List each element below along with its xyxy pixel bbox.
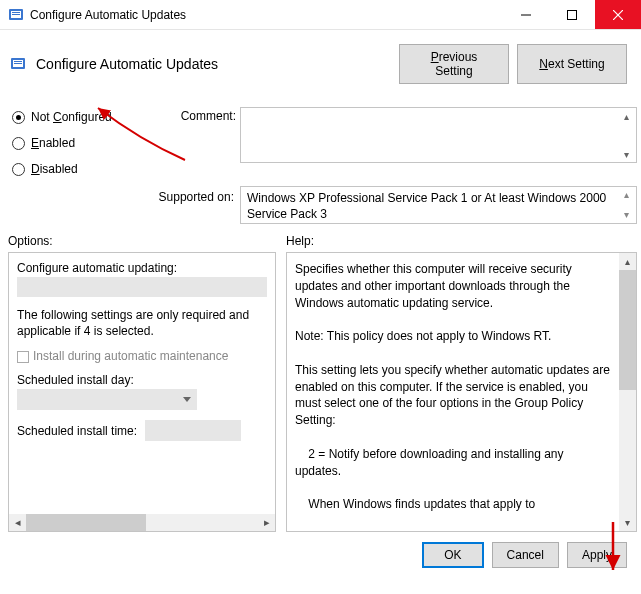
scroll-up-icon[interactable]: ▴ [618, 108, 634, 124]
previous-setting-button[interactable]: Previous Setting [399, 44, 509, 84]
scroll-down-icon[interactable]: ▾ [618, 146, 634, 162]
radio-enabled[interactable]: Enabled [12, 136, 157, 150]
supported-on-label: Supported on: [0, 186, 240, 204]
footer: OK Cancel Apply [0, 532, 641, 578]
svg-rect-3 [12, 14, 20, 15]
radio-icon [12, 137, 25, 150]
close-button[interactable] [595, 0, 641, 29]
horizontal-scrollbar[interactable]: ◂ ▸ [9, 514, 275, 531]
supported-row: Supported on: Windows XP Professional Se… [0, 176, 641, 224]
configure-updating-label: Configure automatic updating: [17, 261, 267, 275]
cancel-button[interactable]: Cancel [492, 542, 559, 568]
svg-rect-11 [14, 63, 22, 64]
options-label: Options: [8, 234, 276, 248]
next-setting-button[interactable]: Next Setting [517, 44, 627, 84]
apply-button[interactable]: Apply [567, 542, 627, 568]
help-panel: Specifies whether this computer will rec… [286, 252, 637, 532]
config-row: Not Configured Enabled Disabled Comment:… [0, 94, 641, 176]
scroll-down-icon[interactable]: ▾ [618, 207, 634, 223]
app-icon [8, 7, 24, 23]
checkbox-icon [17, 351, 29, 363]
install-maintenance-row[interactable]: Install during automatic maintenance [17, 349, 267, 363]
scroll-up-icon[interactable]: ▴ [618, 187, 634, 203]
page-title: Configure Automatic Updates [36, 56, 218, 72]
scheduled-time-field[interactable] [145, 420, 241, 441]
help-text: Specifies whether this computer will rec… [287, 253, 636, 531]
radio-not-configured[interactable]: Not Configured [12, 110, 157, 124]
install-maintenance-label: Install during automatic maintenance [33, 349, 228, 363]
options-note: The following settings are only required… [17, 307, 267, 339]
scheduled-time-label: Scheduled install time: [17, 424, 137, 438]
comment-label: Comment: [165, 110, 236, 172]
radio-icon [12, 111, 25, 124]
scroll-left-icon[interactable]: ◂ [9, 516, 26, 529]
window-title: Configure Automatic Updates [30, 8, 186, 22]
ok-button[interactable]: OK [422, 542, 483, 568]
supported-on-value: Windows XP Professional Service Pack 1 o… [240, 186, 637, 224]
scrollbar-thumb[interactable] [619, 270, 636, 390]
radio-disabled[interactable]: Disabled [12, 162, 157, 176]
radio-icon [12, 163, 25, 176]
panes: Options: Configure automatic updating: T… [0, 224, 641, 532]
svg-rect-2 [12, 12, 20, 13]
scroll-up-icon[interactable]: ▴ [619, 253, 636, 270]
scheduled-day-label: Scheduled install day: [17, 373, 267, 387]
maximize-button[interactable] [549, 0, 595, 29]
help-label: Help: [286, 234, 637, 248]
minimize-button[interactable] [503, 0, 549, 29]
options-panel: Configure automatic updating: The follow… [8, 252, 276, 532]
header: Configure Automatic Updates Previous Set… [0, 30, 641, 94]
titlebar: Configure Automatic Updates [0, 0, 641, 30]
policy-icon [10, 56, 26, 72]
state-radios: Not Configured Enabled Disabled [0, 94, 165, 176]
scroll-right-icon[interactable]: ▸ [258, 516, 275, 529]
configure-updating-row: Configure automatic updating: [17, 261, 267, 297]
scheduled-day-dropdown[interactable] [17, 389, 197, 410]
scrollbar-thumb[interactable] [26, 514, 146, 531]
window-controls [503, 0, 641, 29]
svg-rect-5 [568, 10, 577, 19]
vertical-scrollbar[interactable]: ▴ ▾ [619, 253, 636, 531]
scroll-down-icon[interactable]: ▾ [619, 514, 636, 531]
svg-rect-10 [14, 61, 22, 62]
comment-textarea[interactable]: ▴ ▾ [240, 107, 637, 163]
configure-updating-dropdown[interactable] [17, 277, 267, 297]
